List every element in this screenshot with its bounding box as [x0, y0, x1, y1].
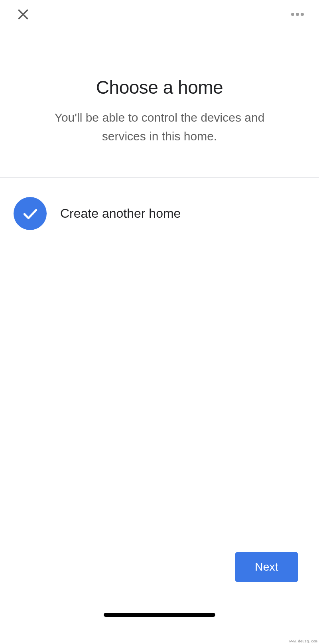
option-label: Create another home — [60, 206, 181, 221]
more-icon — [301, 13, 304, 16]
next-button[interactable]: Next — [235, 552, 298, 582]
close-button[interactable] — [15, 6, 31, 22]
header-section: Choose a home You'll be able to control … — [0, 29, 319, 178]
more-icon — [296, 13, 299, 16]
home-indicator[interactable] — [104, 613, 215, 617]
page-subtitle: You'll be able to control the devices an… — [32, 108, 287, 146]
top-bar — [0, 0, 319, 29]
close-icon — [16, 7, 30, 22]
checkmark-icon — [22, 205, 39, 223]
page-title: Choose a home — [16, 77, 303, 98]
selected-indicator — [14, 197, 47, 230]
options-list: Create another home — [0, 178, 319, 249]
more-options-button[interactable] — [288, 10, 307, 19]
more-icon — [291, 13, 294, 16]
option-create-home[interactable]: Create another home — [14, 197, 305, 230]
watermark: www.deuzq.com — [289, 639, 317, 643]
